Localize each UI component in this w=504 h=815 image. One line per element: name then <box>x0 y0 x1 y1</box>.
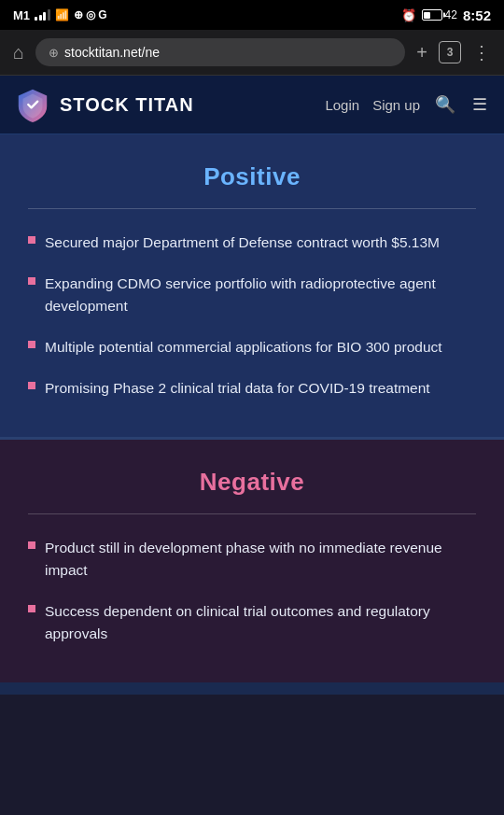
positive-bullet-list: Secured major Department of Defense cont… <box>28 232 476 400</box>
url-text: stocktitan.net/ne <box>64 45 160 60</box>
list-item: Multiple potential commercial applicatio… <box>28 336 476 358</box>
signal-icon <box>35 9 50 21</box>
negative-item-2: Success dependent on clinical trial outc… <box>45 600 476 645</box>
negative-section: Negative Product still in development ph… <box>0 440 504 682</box>
main-content: Positive Secured major Department of Def… <box>0 134 504 695</box>
time-display: 8:52 <box>463 7 491 23</box>
positive-item-2: Expanding CDMO service portfolio with ra… <box>45 273 476 317</box>
battery-icon <box>422 9 442 21</box>
battery-percent: 42 <box>445 8 457 21</box>
browser-actions: + 3 ⋮ <box>413 37 495 67</box>
list-item: Expanding CDMO service portfolio with ra… <box>28 273 476 317</box>
list-item: Secured major Department of Defense cont… <box>28 232 476 254</box>
list-item: Success dependent on clinical trial outc… <box>28 600 476 645</box>
negative-item-1: Product still in development phase with … <box>45 537 476 582</box>
search-icon[interactable]: 🔍 <box>433 92 457 117</box>
positive-title: Positive <box>28 162 476 191</box>
bullet-icon <box>28 236 35 244</box>
list-item: Product still in development phase with … <box>28 537 476 582</box>
bullet-icon <box>28 277 35 285</box>
list-item: Promising Phase 2 clinical trial data fo… <box>28 377 476 400</box>
negative-divider <box>28 513 476 514</box>
url-security-icon: ⊕ <box>49 46 59 60</box>
site-header: STOCK TITAN Login Sign up 🔍 ☰ <box>0 76 504 134</box>
positive-item-1: Secured major Department of Defense cont… <box>45 232 440 254</box>
header-nav: Login Sign up 🔍 ☰ <box>325 92 489 117</box>
battery-indicator: 42 <box>422 8 457 21</box>
hamburger-menu-icon[interactable]: ☰ <box>470 92 489 117</box>
logo-area: STOCK TITAN <box>15 87 325 122</box>
positive-section: Positive Secured major Department of Def… <box>0 134 504 440</box>
positive-item-4: Promising Phase 2 clinical trial data fo… <box>45 377 430 400</box>
bullet-icon <box>28 341 35 348</box>
bullet-icon <box>28 382 35 389</box>
negative-title: Negative <box>28 468 476 497</box>
home-button[interactable]: ⌂ <box>9 38 28 67</box>
wifi-icon: 📶 <box>55 8 69 21</box>
positive-divider <box>28 208 476 209</box>
login-link[interactable]: Login <box>325 97 359 113</box>
logo-shield-icon <box>15 87 50 122</box>
tab-count-button[interactable]: 3 <box>439 41 461 63</box>
status-right: ⏰ 42 8:52 <box>401 7 491 23</box>
extra-icons: ⊕ ◎ G <box>74 8 107 21</box>
url-bar[interactable]: ⊕ stocktitan.net/ne <box>35 38 405 66</box>
alarm-icon: ⏰ <box>401 8 416 22</box>
browser-chrome: ⌂ ⊕ stocktitan.net/ne + 3 ⋮ <box>0 30 504 76</box>
logo-text: STOCK TITAN <box>60 94 194 116</box>
carrier-label: M1 <box>13 8 30 22</box>
status-left: M1 📶 ⊕ ◎ G <box>13 8 107 22</box>
positive-item-3: Multiple potential commercial applicatio… <box>45 336 442 358</box>
new-tab-button[interactable]: + <box>413 38 431 67</box>
bullet-icon <box>28 541 35 549</box>
negative-bullet-list: Product still in development phase with … <box>28 537 476 645</box>
signup-link[interactable]: Sign up <box>372 97 420 113</box>
menu-button[interactable]: ⋮ <box>469 37 495 67</box>
bullet-icon <box>28 605 35 612</box>
status-bar: M1 📶 ⊕ ◎ G ⏰ 42 8:52 <box>0 0 504 30</box>
